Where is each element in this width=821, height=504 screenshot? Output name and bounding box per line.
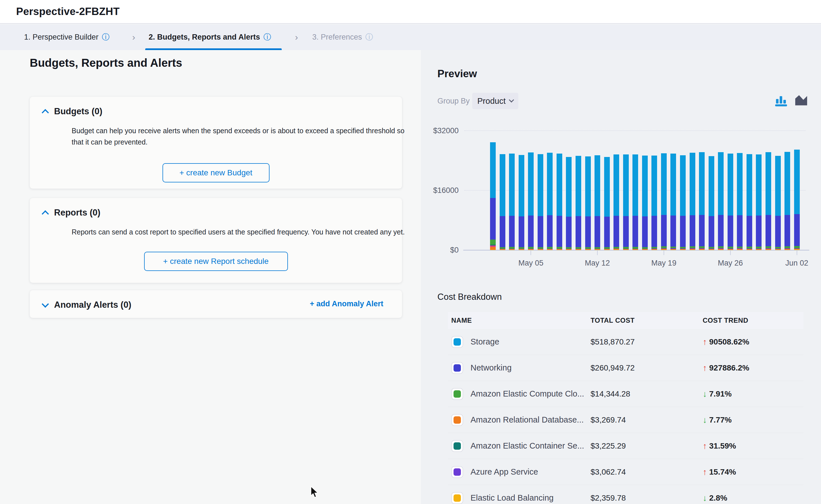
- table-row[interactable]: Azure App Service$3,062.74↑15.74%: [448, 459, 803, 485]
- trend-value: 927886.2%: [709, 363, 749, 372]
- row-name: Azure App Service: [470, 467, 538, 477]
- cost-chart: $0$16000$32000May 05May 12May 19May 26Ju…: [464, 124, 805, 250]
- name-cell: Amazon Relational Database...: [451, 414, 584, 426]
- stacked-bar-may-05[interactable]: [528, 152, 534, 250]
- stacked-bar-may-17[interactable]: [642, 156, 648, 250]
- bar-segment: [785, 250, 790, 250]
- trend-value: 15.74%: [709, 468, 736, 477]
- x-axis-tick: [597, 251, 597, 255]
- add-anomaly-alert-link[interactable]: + add Anomaly Alert: [310, 300, 383, 308]
- stacked-bar-may-22[interactable]: [690, 153, 695, 250]
- total-cost-cell: $2,359.78: [590, 494, 626, 503]
- bar-segment: [642, 250, 648, 250]
- create-new-budget-button[interactable]: + create new Budget: [162, 163, 270, 182]
- y-axis-tick-label: $0: [408, 246, 459, 255]
- table-row[interactable]: Amazon Relational Database...$3,269.74↓7…: [448, 407, 803, 433]
- tab-perspective-builder[interactable]: 1. Perspective Builder ⓘ: [24, 24, 109, 50]
- stacked-bar-may-03[interactable]: [509, 154, 515, 250]
- stacked-bar-may-07[interactable]: [547, 153, 553, 250]
- bar-segment: [747, 250, 752, 250]
- bar: [780, 96, 782, 104]
- stacked-bar-may-04[interactable]: [519, 155, 524, 250]
- bar-segment: [766, 152, 771, 215]
- swatch-color: [453, 442, 461, 450]
- stacked-bar-may-24[interactable]: [709, 156, 714, 250]
- bar-segment: [775, 250, 781, 250]
- stacked-bar-jun-01[interactable]: [785, 152, 790, 250]
- bar-segment: [680, 155, 686, 216]
- bar-segment: [500, 250, 505, 250]
- name-cell: Networking: [451, 362, 511, 374]
- total-cost-cell: $3,062.74: [590, 468, 626, 477]
- table-row[interactable]: Elastic Load Balancing$2,359.78↓2.8%: [448, 485, 803, 504]
- name-cell: Elastic Load Balancing: [451, 492, 553, 504]
- stacked-bar-may-14[interactable]: [613, 154, 619, 250]
- group-by-select[interactable]: Product: [472, 93, 518, 109]
- stacked-bar-may-23[interactable]: [699, 152, 705, 250]
- stacked-bar-jun-02[interactable]: [794, 150, 800, 250]
- stacked-bar-may-16[interactable]: [633, 154, 638, 250]
- stacked-bar-may-13[interactable]: [604, 157, 610, 250]
- table-row[interactable]: Amazon Elastic Compute Clo...$14,344.28↓…: [448, 381, 803, 407]
- stacked-bar-may-08[interactable]: [556, 154, 562, 250]
- stacked-bar-may-29[interactable]: [756, 154, 762, 250]
- swatch-color: [453, 416, 461, 424]
- bar-segment: [556, 250, 562, 250]
- stacked-bar-may-06[interactable]: [538, 154, 543, 250]
- x-axis-tick-label: May 19: [641, 259, 687, 268]
- x-axis-tick: [664, 251, 664, 255]
- bar-chart-icon[interactable]: [775, 93, 788, 106]
- stacked-bar-may-01[interactable]: [490, 142, 496, 250]
- bar-segment: [538, 250, 543, 250]
- bar-segment: [547, 153, 553, 216]
- bar-segment: [594, 216, 600, 247]
- column-header-cost-trend: COST TREND: [703, 316, 748, 324]
- stacked-bar-may-18[interactable]: [652, 156, 657, 250]
- stacked-bar-may-10[interactable]: [575, 156, 581, 250]
- table-row[interactable]: Networking$260,949.72↑927886.2%: [448, 355, 803, 381]
- stacked-bar-may-27[interactable]: [737, 153, 743, 250]
- bar-segment: [756, 216, 762, 247]
- bar-segment: [556, 216, 562, 247]
- area-chart-icon[interactable]: [794, 93, 808, 106]
- bar-segment: [623, 216, 629, 247]
- column-header-name: NAME: [451, 316, 472, 324]
- stacked-bar-may-15[interactable]: [623, 154, 629, 250]
- stacked-bar-may-26[interactable]: [728, 154, 733, 250]
- table-row[interactable]: Amazon Elastic Container Se...$3,225.29↑…: [448, 433, 803, 459]
- stacked-bar-may-31[interactable]: [775, 156, 781, 250]
- create-new-report-schedule-button[interactable]: + create new Report schedule: [144, 252, 288, 271]
- bar-segment: [728, 216, 733, 247]
- stacked-bar-may-28[interactable]: [747, 154, 752, 250]
- stacked-bar-may-25[interactable]: [718, 152, 724, 250]
- reports-collapse-toggle[interactable]: Reports (0): [43, 208, 100, 218]
- stacked-bar-may-30[interactable]: [766, 152, 771, 250]
- trend-up-arrow-icon: ↑: [703, 337, 707, 347]
- stacked-bar-may-19[interactable]: [661, 153, 667, 250]
- bar-segment: [718, 250, 724, 250]
- chevron-down-icon: [509, 97, 514, 102]
- bar-segment: [652, 156, 657, 216]
- tab-preferences[interactable]: 3. Preferences ⓘ: [312, 24, 373, 50]
- stacked-bar-may-21[interactable]: [680, 155, 686, 250]
- budgets-collapse-toggle[interactable]: Budgets (0): [43, 106, 102, 117]
- bar-segment: [671, 216, 676, 247]
- tab-label: 1. Perspective Builder: [24, 33, 98, 42]
- trend-up-arrow-icon: ↑: [703, 363, 707, 373]
- stacked-bar-may-02[interactable]: [500, 154, 505, 250]
- anomaly-collapse-toggle[interactable]: Anomaly Alerts (0): [43, 300, 131, 310]
- row-name: Storage: [470, 337, 499, 346]
- row-name: Amazon Elastic Container Se...: [470, 441, 584, 451]
- tab-budgets-reports-alerts[interactable]: 2. Budgets, Reports and Alerts ⓘ: [149, 24, 271, 50]
- table-row[interactable]: Storage$518,870.27↑90508.62%: [448, 329, 803, 355]
- stacked-bar-may-11[interactable]: [585, 156, 591, 250]
- bar-segment: [490, 250, 496, 250]
- stacked-bar-may-20[interactable]: [671, 154, 676, 250]
- stacked-bar-may-09[interactable]: [566, 157, 571, 250]
- bar-segment: [547, 250, 553, 250]
- stacked-bar-may-12[interactable]: [594, 155, 600, 250]
- swatch-color: [453, 390, 461, 398]
- column-header-total-cost: TOTAL COST: [590, 316, 635, 324]
- x-axis-tick-label: Jun 02: [774, 259, 820, 268]
- bar-segment: [594, 155, 600, 216]
